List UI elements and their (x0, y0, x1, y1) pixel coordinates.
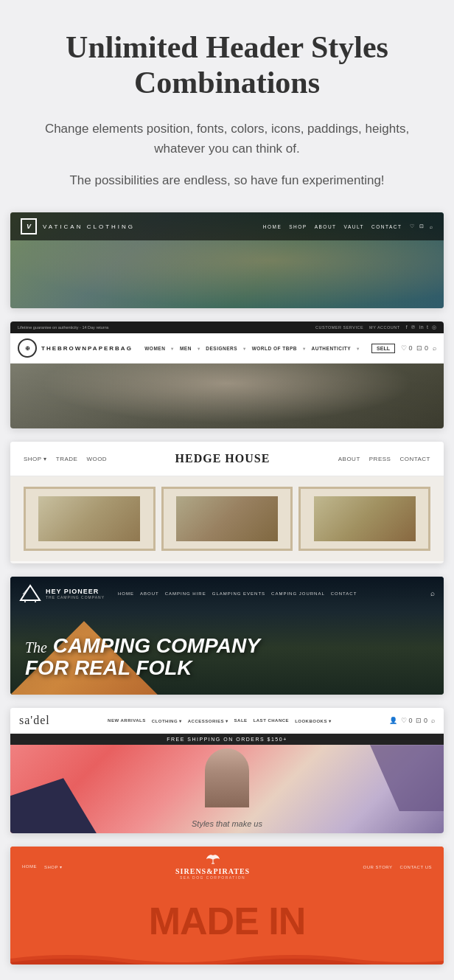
bpb-world[interactable]: WORLD OF TBPB (252, 346, 297, 351)
sadel-card: sa'del NEW ARRIVALS CLOTHING ▾ ACCESSORI… (10, 708, 444, 833)
sadel-tagline-text: Styles that make us (192, 819, 262, 828)
bpb-hero-image (10, 364, 444, 428)
vatican-nav-about[interactable]: ABOUT (315, 224, 337, 229)
sirens-our-story[interactable]: OUR STORY (363, 865, 393, 869)
sadel-free-shipping-banner: FREE SHIPPING ON ORDERS $150+ (10, 734, 444, 745)
sadel-account-icon[interactable]: 👤 (389, 717, 397, 724)
chevron-icon-5: ▾ (357, 346, 360, 351)
vatican-header: V VATICAN CLOTHING HOME SHOP ABOUT VAULT… (10, 212, 444, 240)
pioneer-hero-text-area: The CAMPING COMPANY FOR REAL FOLK (25, 635, 429, 681)
sirens-hero-area: MADE IN (10, 887, 444, 948)
sadel-last-chance[interactable]: LAST CHANCE (254, 718, 290, 723)
twitter-icon[interactable]: t (427, 324, 428, 330)
bpb-my-account[interactable]: MY ACCOUNT (369, 325, 400, 330)
sadel-nav: NEW ARRIVALS CLOTHING ▾ ACCESSORIES ▾ SA… (108, 718, 332, 723)
heypioneer-logo: HEY PIONEER THE CAMPING COMPANY (19, 584, 105, 602)
bpb-sell-button[interactable]: SELL (371, 344, 395, 353)
pioneer-glamping[interactable]: GLAMPING EVENTS (212, 591, 265, 596)
vatican-nav-vault[interactable]: VAULT (344, 224, 365, 229)
hedge-frame-3 (298, 487, 430, 551)
hedgehouse-nav-right: ABOUT PRESS CONTACT (338, 456, 430, 462)
sirens-header: HOME SHOP ▾ SIRENS&PIRATES SEA DOG CORPO… (10, 847, 444, 887)
vatican-nav-home[interactable]: HOME (263, 224, 282, 229)
pioneer-logo-text-group: HEY PIONEER THE CAMPING COMPANY (46, 588, 105, 600)
pioneer-contact[interactable]: CONTACT (331, 591, 357, 596)
svg-marker-0 (21, 585, 40, 600)
pioneer-about[interactable]: ABOUT (140, 591, 159, 596)
hedgehouse-nav-left: SHOP ▾ TRADE WOOD (24, 456, 107, 462)
svg-line-3 (23, 585, 30, 594)
pioneer-camping-text: CAMPING COMPANY (53, 634, 260, 657)
hedge-frame-1 (24, 487, 156, 551)
wishlist-icon[interactable]: ♡ 0 (401, 344, 413, 352)
pioneer-script-text: The (25, 639, 47, 656)
sadel-lookbooks[interactable]: LOOKBOOKS ▾ (295, 718, 332, 723)
sadel-new-arrivals[interactable]: NEW ARRIVALS (108, 718, 146, 723)
hedge-about[interactable]: ABOUT (338, 456, 360, 462)
hedge-shop[interactable]: SHOP ▾ (24, 456, 47, 462)
sadel-accessories[interactable]: ACCESSORIES ▾ (188, 718, 228, 723)
vatican-logo-icon: V (21, 218, 37, 234)
vatican-nav-icons: ♡ ⊡ ⌕ (410, 223, 434, 229)
heart-icon[interactable]: ♡ (410, 223, 416, 229)
sirens-home[interactable]: HOME (22, 864, 37, 869)
sirens-logo: SIRENS&PIRATES SEA DOG CORPORATION (175, 854, 250, 880)
bpb-social-icons: f ℗ in t ◎ (406, 324, 436, 330)
heypioneer-card: HEY PIONEER THE CAMPING COMPANY HOME ABO… (10, 577, 444, 695)
pioneer-camping-hire[interactable]: CAMPING HIRE (165, 591, 206, 596)
vatican-card: V VATICAN CLOTHING HOME SHOP ABOUT VAULT… (10, 212, 444, 308)
bpb-main-header: ⊕ THEBROWNPAPERBAG WOMEN ▾ MEN ▾ DESIGNE… (10, 333, 444, 364)
hedge-wood[interactable]: WOOD (86, 456, 107, 462)
bpb-guarantee-text: Lifetime guarantee on authenticity - 14 … (18, 325, 109, 330)
hedge-press[interactable]: PRESS (369, 456, 391, 462)
bpb-designers[interactable]: DESIGNERS (206, 346, 237, 351)
pioneer-journal[interactable]: CAMPING JOURNAL (271, 591, 325, 596)
chevron-icon-2: ▾ (198, 346, 200, 351)
search-icon-2[interactable]: ⌕ (433, 344, 436, 352)
vatican-nav-contact[interactable]: CONTACT (371, 224, 402, 229)
hedgehouse-gallery (10, 476, 444, 561)
hedge-contact[interactable]: CONTACT (399, 456, 430, 462)
sadel-logo: sa'del (19, 714, 50, 727)
bpb-authenticity[interactable]: AUTHENTICITY (312, 346, 352, 351)
sirens-bird-icon (206, 854, 220, 866)
sirens-nav-right: OUR STORY CONTACT US (363, 865, 432, 869)
pioneer-search-icon[interactable]: ⌕ (430, 589, 435, 597)
sadel-icons: 👤 ♡ 0 ⊡ 0 ⌕ (389, 717, 435, 724)
linkedin-icon[interactable]: in (419, 324, 424, 330)
hedge-art-3 (314, 496, 416, 541)
bpb-women[interactable]: WOMEN (144, 346, 165, 351)
search-icon[interactable]: ⌕ (430, 224, 434, 229)
sadel-wishlist-icon[interactable]: ♡ 0 (401, 717, 413, 724)
hero-title: Unlimited Header Styles Combinations (29, 29, 425, 101)
hedge-trade[interactable]: TRADE (56, 456, 78, 462)
cart-icon-2[interactable]: ⊡ 0 (416, 344, 428, 352)
bpb-men[interactable]: MEN (180, 346, 192, 351)
pinterest-icon[interactable]: ℗ (411, 324, 416, 330)
sirens-shop[interactable]: SHOP ▾ (44, 864, 63, 869)
instagram-icon[interactable]: ◎ (432, 324, 437, 330)
sadel-cart-icon[interactable]: ⊡ 0 (416, 717, 427, 724)
facebook-icon[interactable]: f (406, 324, 408, 330)
sadel-clothing[interactable]: CLOTHING ▾ (152, 718, 182, 723)
pioneer-home[interactable]: HOME (118, 591, 134, 596)
bpb-nav: WOMEN ▾ MEN ▾ DESIGNERS ▾ WORLD OF TBPB … (144, 346, 359, 351)
sadel-model-image (205, 748, 249, 807)
chevron-icon-3: ▾ (243, 346, 246, 351)
hedgehouse-header: SHOP ▾ TRADE WOOD HEDGE HOUSE ABOUT PRES… (10, 442, 444, 476)
sadel-shape-left (10, 778, 99, 833)
sadel-sale[interactable]: SALE (234, 718, 248, 723)
pioneer-folk-text: FOR REAL FOLK (25, 656, 192, 679)
pioneer-logo-sub: THE CAMPING COMPANY (46, 595, 105, 600)
hedgehouse-logo: HEDGE HOUSE (175, 452, 270, 465)
sadel-search-icon[interactable]: ⌕ (431, 717, 435, 724)
cart-icon[interactable]: ⊡ (419, 223, 425, 229)
bpb-customer-service[interactable]: CUSTOMER SERVICE (315, 325, 363, 330)
vatican-nav-shop[interactable]: SHOP (289, 224, 307, 229)
sirens-card: HOME SHOP ▾ SIRENS&PIRATES SEA DOG CORPO… (10, 847, 444, 965)
sirens-made-in-text: MADE IN (149, 900, 306, 942)
hedgehouse-card: SHOP ▾ TRADE WOOD HEDGE HOUSE ABOUT PRES… (10, 442, 444, 563)
sirens-contact-us[interactable]: CONTACT US (400, 865, 432, 869)
pioneer-logo-main: HEY PIONEER (46, 588, 105, 595)
sirens-logo-name: SIRENS&PIRATES (175, 867, 250, 875)
